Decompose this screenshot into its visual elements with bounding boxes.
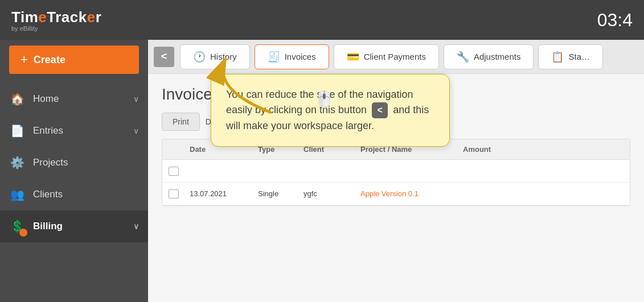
projects-label: Projects bbox=[33, 157, 68, 168]
clock-display: 03:4 bbox=[597, 10, 633, 31]
row-project[interactable]: Apple Version 0.1 bbox=[356, 189, 458, 198]
clients-label: Clients bbox=[33, 189, 63, 200]
invoices-table: Date Type Client Project / Name Amount bbox=[162, 139, 630, 206]
tab-history[interactable]: 🕐 History bbox=[180, 44, 250, 69]
entries-chevron: ∨ bbox=[133, 126, 139, 135]
billing-chevron: ∨ bbox=[133, 222, 139, 231]
create-label: Create bbox=[34, 54, 65, 66]
adjustments-tab-icon: 🔧 bbox=[457, 51, 469, 63]
logo-highlight: e bbox=[38, 9, 47, 26]
clients-icon: 👥 bbox=[9, 187, 25, 202]
collapse-nav-button[interactable]: < bbox=[154, 47, 174, 67]
sta-tab-label: Sta… bbox=[568, 52, 590, 61]
billing-label: Billing bbox=[33, 221, 63, 232]
entries-label: Entries bbox=[33, 125, 63, 136]
app-header: TimeTracker by eBillity 03:4 bbox=[0, 0, 644, 40]
main-layout: + Create 🏠 Home ∨ 📄 Entries ∨ ⚙️ Project… bbox=[0, 40, 644, 302]
home-icon: 🏠 bbox=[9, 91, 25, 107]
entries-icon: 📄 bbox=[9, 123, 25, 139]
print-button[interactable]: Print bbox=[162, 113, 200, 131]
projects-icon: ⚙️ bbox=[9, 155, 25, 171]
sidebar-item-clients[interactable]: 👥 Clients bbox=[0, 179, 148, 210]
history-tab-icon: 🕐 bbox=[193, 51, 206, 63]
logo-text: TimeTracker bbox=[11, 9, 101, 26]
sidebar-item-projects[interactable]: ⚙️ Projects bbox=[0, 147, 148, 179]
row-check-cell[interactable] bbox=[162, 189, 185, 198]
create-button[interactable]: + Create bbox=[9, 45, 139, 74]
sidebar-item-billing[interactable]: 💲 Billing ∨ bbox=[0, 210, 148, 242]
sidebar-item-home[interactable]: 🏠 Home ∨ bbox=[0, 83, 148, 115]
tooltip-callout: You can reduce the size of the navigatio… bbox=[211, 74, 450, 147]
invoices-tab-label: Invoices bbox=[285, 52, 316, 61]
logo-o: e bbox=[87, 9, 96, 26]
logo-area: TimeTracker by eBillity bbox=[11, 9, 101, 32]
tab-bar: < 🕐 History 🧾 Invoices 💳 Client Payments… bbox=[148, 40, 644, 74]
row-checkbox[interactable] bbox=[169, 189, 179, 198]
row-client: ygfc bbox=[299, 189, 356, 198]
tab-adjustments[interactable]: 🔧 Adjustments bbox=[444, 44, 534, 69]
billing-icon: 💲 bbox=[9, 218, 25, 234]
invoices-tab-icon: 🧾 bbox=[268, 51, 280, 63]
tooltip-collapse-btn: < bbox=[372, 102, 388, 118]
table-row-empty bbox=[162, 160, 630, 183]
logo-sub: by eBillity bbox=[11, 25, 38, 32]
tab-client-payments[interactable]: 💳 Client Payments bbox=[334, 44, 439, 69]
tab-sta[interactable]: 📋 Sta… bbox=[538, 44, 603, 69]
client-payments-tab-label: Client Payments bbox=[364, 52, 426, 61]
home-label: Home bbox=[33, 93, 59, 105]
row-type: Single bbox=[253, 189, 299, 198]
col-amount: Amount bbox=[458, 145, 527, 154]
billing-badge bbox=[19, 229, 27, 237]
sta-tab-icon: 📋 bbox=[551, 51, 564, 63]
tab-invoices[interactable]: 🧾 Invoices bbox=[255, 44, 329, 69]
history-tab-label: History bbox=[210, 52, 237, 61]
main-content: < 🕐 History 🧾 Invoices 💳 Client Payments… bbox=[148, 40, 644, 302]
client-payments-tab-icon: 💳 bbox=[347, 51, 359, 63]
check-cell[interactable] bbox=[162, 167, 185, 176]
checkbox[interactable] bbox=[169, 167, 179, 176]
table-row: 13.07.2021 Single ygfc Apple Version 0.1 bbox=[162, 183, 630, 205]
collapse-icon: < bbox=[161, 51, 167, 63]
plus-icon: + bbox=[20, 52, 28, 67]
sidebar-item-entries[interactable]: 📄 Entries ∨ bbox=[0, 115, 148, 147]
adjustments-tab-label: Adjustments bbox=[474, 52, 521, 61]
home-chevron: ∨ bbox=[133, 94, 139, 104]
sidebar: + Create 🏠 Home ∨ 📄 Entries ∨ ⚙️ Project… bbox=[0, 40, 148, 302]
tabs-container: 🕐 History 🧾 Invoices 💳 Client Payments 🔧… bbox=[180, 40, 608, 73]
row-date: 13.07.2021 bbox=[185, 189, 253, 198]
